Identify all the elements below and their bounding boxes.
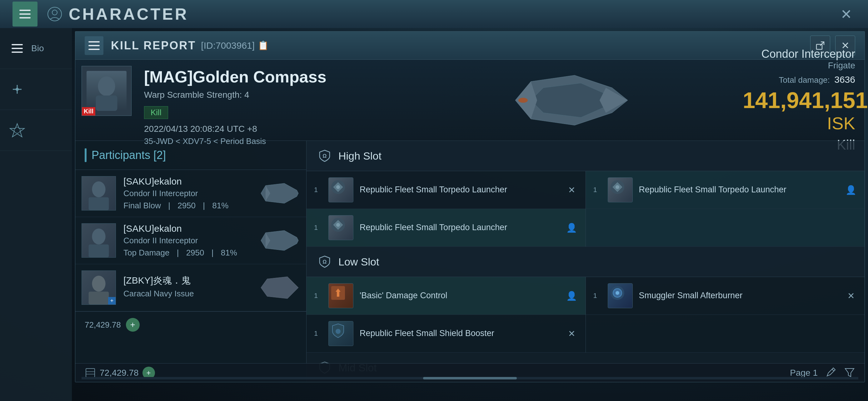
app-title: CHARACTER [69,5,188,24]
close-icon-2[interactable]: ✕ [844,290,857,302]
sidebar-item-bio[interactable]: Bio [0,28,72,69]
svg-rect-17 [89,197,109,210]
participants-panel: Participants [2] [SAKU]ekalon [75,141,307,382]
participant-avatar-3: + [82,270,116,305]
low-slot-title: Low Slot [338,256,379,268]
participant-info-2: [SAKU]ekalon Condor II Interceptor Top D… [123,223,259,258]
participant-ship-2: Condor II Interceptor [123,236,259,245]
participant-ship-img-2 [259,228,300,253]
participant-info-1: [SAKU]ekalon Condor II Interceptor Final… [123,176,259,210]
shield-badge-icon: Ω [316,147,333,165]
kill-stats: Condor Interceptor Frigate Total damage:… [733,60,865,140]
scrollbar-thumb[interactable] [423,377,517,379]
main-panel: KILL REPORT [ID:7003961] 📋 ✕ [72,28,868,401]
high-slot-item-name-3: Republic Fleet Small Torpedo Launcher [360,222,565,233]
low-slot-empty-right-2 [586,315,865,353]
kr-hamburger-icon [88,41,100,50]
kr-menu-button[interactable] [85,36,103,55]
kill-info-section: Kill [MAG]Golden Compass Warp Scramble S… [75,60,865,141]
low-slot-num-2: 1 [593,292,603,300]
torpedo-launcher-icon-1 [329,177,353,202]
hamburger-lines-icon [9,41,25,56]
high-slot-row-1: 1 Republic Fleet Small Torpedo Launcher … [307,171,865,209]
damage-control-icon [329,283,353,308]
kill-ship-type: Condor Interceptor [762,47,855,60]
high-slot-item-1: 1 Republic Fleet Small Torpedo Launcher … [307,171,586,209]
svg-point-24 [92,276,105,292]
sidebar-item-corporation[interactable] [0,110,72,151]
svg-point-1 [52,10,57,15]
header-bar-accent [85,148,87,162]
star-icon [9,123,25,138]
svg-rect-21 [89,244,109,257]
svg-text:Ω: Ω [323,259,327,265]
participant-name-3: [ZBKY]炎魂．鬼 [123,274,259,287]
sidebar: Bio [0,28,72,401]
high-slot-item-name-2: Republic Fleet Small Torpedo Launcher [639,184,845,195]
person-icon-2: 👤 [565,222,578,234]
participant-stats-1: Final Blow | 2950 | 81% [123,201,259,210]
svg-marker-26 [261,277,299,299]
participant-item[interactable]: [SAKU]ekalon Condor II Interceptor Final… [75,170,306,217]
person-icon-3: 👤 [565,290,578,302]
afterburner-icon [608,283,633,308]
kill-warp-scramble: Warp Scramble Strength: 4 [144,90,403,100]
high-slot-item-2: 1 Republic Fleet Small Torpedo Launcher … [586,171,865,209]
participant-ship-3: Caracal Navy Issue [123,289,259,299]
kill-isk-unit: ISK [827,113,855,133]
sidebar-bio-label: Bio [31,43,44,54]
kill-player-name: [MAG]Golden Compass [144,67,403,86]
low-slot-item-name-1: 'Basic' Damage Control [360,290,565,301]
app-close-button[interactable]: ✕ [837,5,856,24]
close-icon-1[interactable]: ✕ [565,183,578,196]
bottom-amount-label: 72,429.78 [85,320,121,330]
add-amount-button[interactable]: + [126,318,140,332]
kill-report-window: KILL REPORT [ID:7003961] 📋 ✕ [75,31,865,382]
svg-text:Ω: Ω [323,153,327,159]
svg-point-16 [92,181,105,197]
low-slot-num-3: 1 [314,330,323,338]
low-shield-badge-icon: Ω [316,253,333,270]
top-bar: CHARACTER ✕ [0,0,868,28]
high-slot-header: Ω High Slot [307,141,865,171]
low-slot-header: Ω Low Slot [307,247,865,277]
svg-rect-44 [86,369,95,377]
svg-point-4 [16,88,19,91]
low-slot-item-name-3: Republic Fleet Small Shield Booster [360,328,565,339]
combat-icon [9,81,25,97]
svg-marker-5 [10,124,24,137]
kill-text-info: [MAG]Golden Compass Warp Scramble Streng… [138,60,410,140]
page-indicator: Page 1 [790,368,818,378]
character-icon [47,6,62,22]
participants-bottom: 72,429.78 + [75,311,306,338]
close-icon-3[interactable]: ✕ [565,327,578,340]
scrollbar-track[interactable] [82,377,858,379]
participant-stats-2: Top Damage | 2950 | 81% [123,248,259,258]
svg-rect-10 [96,96,118,111]
low-slot-item-1: 1 'Basic' Damage Control 👤 [307,277,586,315]
copy-icon[interactable]: 📋 [258,40,269,51]
svg-point-9 [98,76,115,96]
kill-ship-class: Frigate [828,61,855,70]
svg-point-15 [518,98,528,103]
slot-num-3: 1 [314,224,323,232]
slot-num-1: 1 [314,186,323,194]
kill-damage-label: Total damage: [779,75,830,85]
participant-avatar-1 [82,176,116,210]
low-slot-item-name-2: Smuggler Small Afterburner [639,290,845,301]
svg-point-43 [336,329,341,334]
svg-line-47 [832,369,834,371]
high-slot-title: High Slot [338,150,381,162]
participant-name-2: [SAKU]ekalon [123,223,259,234]
kill-report-id: [ID:7003961] [201,40,255,51]
svg-point-33 [616,185,619,189]
shield-booster-icon [329,321,353,346]
low-slot-row-1: 1 'Basic' Damage Control 👤 1 [307,277,865,315]
hamburger-icon [19,10,31,19]
high-slot-item-name-1: Republic Fleet Small Torpedo Launcher [360,184,565,195]
menu-button[interactable] [12,2,37,27]
participant-name-1: [SAKU]ekalon [123,176,259,187]
participant-item[interactable]: + [ZBKY]炎魂．鬼 Caracal Navy Issue [75,264,306,311]
participant-item[interactable]: [SAKU]ekalon Condor II Interceptor Top D… [75,217,306,264]
sidebar-item-combat[interactable] [0,69,72,110]
